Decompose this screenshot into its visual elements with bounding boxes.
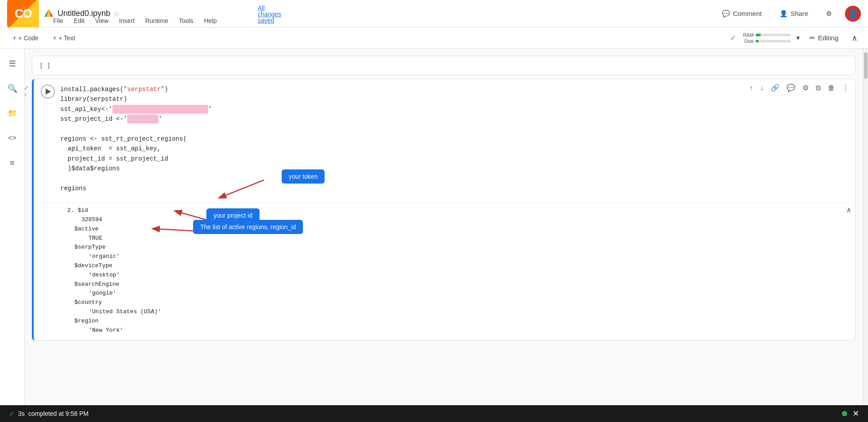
output-id-value: 328594 <box>81 215 848 225</box>
run-button[interactable] <box>41 84 55 99</box>
collapse-toolbar-button[interactable]: ∧ <box>848 31 861 45</box>
cell-output-container: ∧ 2. $id 328594 $active TRUE $serpType '… <box>34 202 855 340</box>
save-status[interactable]: All changes saved <box>258 5 281 23</box>
output-country-value: 'United States (USA)' <box>89 307 848 317</box>
link-button[interactable]: 🔗 <box>768 83 782 93</box>
pencil-icon: ✏ <box>810 34 815 42</box>
output-searchengine-value: 'google' <box>89 289 848 298</box>
status-check-icon: ✓ <box>9 410 15 418</box>
cell-code[interactable]: install.packages("serpstatr") library(se… <box>60 84 848 197</box>
connected-check-icon: ✓ <box>730 34 736 42</box>
disk-progress-bar <box>756 40 791 42</box>
share-icon: 👤 <box>779 10 788 18</box>
output-country-label: $country <box>74 298 848 307</box>
avatar[interactable]: 👤 <box>845 6 861 22</box>
main-area: ☰ 🔍 📁 <> ≡ [ ] ↑ ↓ 🔗 💬 ⚙ ⧉ 🗑 ⋮ ✓ <box>0 49 868 405</box>
cell-check-mark: ✓ <box>25 84 29 91</box>
comment-icon: 💬 <box>722 10 730 18</box>
menu-bar: File Edit View Insert Runtime Tools Help… <box>49 15 221 27</box>
menu-tools[interactable]: Tools <box>174 15 198 27</box>
dropdown-chevron-icon[interactable]: ▾ <box>796 34 800 42</box>
share-button[interactable]: 👤 Share <box>775 7 813 20</box>
sidebar-icon-menu[interactable]: ☰ <box>4 56 20 72</box>
cell-bracket: [ ] <box>39 62 50 69</box>
plus-icon-2: + <box>53 34 57 42</box>
output-searchengine-label: $searchEngine <box>74 280 848 289</box>
colab-logo: CO <box>7 0 39 27</box>
cell-header: install.packages("serpstatr") library(se… <box>34 79 855 202</box>
settings-cell-button[interactable]: ⚙ <box>800 83 811 93</box>
status-right: ✕ <box>842 409 859 418</box>
code-line-9: )$data$regions <box>60 164 848 173</box>
code-line-2: library(serpstatr) <box>60 94 848 104</box>
add-code-button[interactable]: + + Code <box>7 31 44 45</box>
output-serptype-value: 'organic' <box>89 252 848 261</box>
comment-cell-button[interactable]: 💬 <box>784 83 798 93</box>
titlebar: CO Untitled0.ipynb ☆ File Edit View Inse… <box>0 0 868 27</box>
output-region-value: 'New York' <box>89 326 848 335</box>
close-button[interactable]: ✕ <box>852 409 859 418</box>
disk-progress-fill <box>756 40 758 42</box>
editing-button[interactable]: ✏ Editing <box>805 31 843 45</box>
status-time: 3s <box>18 410 25 417</box>
toolbar-right: ✓ RAM Disk ▾ ✏ Editing ∧ <box>730 31 861 45</box>
menu-edit[interactable]: Edit <box>70 15 89 27</box>
code-line-1: install.packages("serpstatr") <box>60 84 848 94</box>
status-message: completed at 9:58 PM <box>28 410 89 417</box>
output-devicetype-label: $deviceType <box>74 261 848 271</box>
ram-progress-fill <box>756 34 761 36</box>
right-scrollbar[interactable] <box>863 49 868 405</box>
menu-help[interactable]: Help <box>200 15 221 27</box>
more-options-button[interactable]: ⋮ <box>839 83 852 93</box>
code-line-5 <box>60 124 848 134</box>
code-line-6: regions <- sst_rt_project_regions( <box>60 134 848 144</box>
code-line-7: api_token = sst_api_key, <box>60 144 848 153</box>
cell-toolbar: ↑ ↓ 🔗 💬 ⚙ ⧉ 🗑 ⋮ <box>747 83 852 93</box>
menu-runtime[interactable]: Runtime <box>141 15 173 27</box>
delete-button[interactable]: 🗑 <box>825 83 837 93</box>
cell-1: [ ] <box>32 56 856 75</box>
menu-file[interactable]: File <box>49 15 68 27</box>
sidebar-icon-files[interactable]: 📁 <box>4 105 20 121</box>
sidebar-icon-search[interactable]: 🔍 <box>4 81 20 96</box>
move-down-button[interactable]: ↓ <box>757 83 766 93</box>
output-region-label: $region <box>74 317 848 326</box>
menu-insert[interactable]: Insert <box>115 15 139 27</box>
settings-button[interactable]: ⚙ <box>822 7 836 20</box>
sidebar-icon-snippets[interactable]: ≡ <box>4 155 20 171</box>
code-line-10 <box>60 174 848 184</box>
output-active-label: $active <box>74 225 848 234</box>
toolbar: + + Code + + Text ✓ RAM Disk ▾ ✏ Editi <box>0 27 868 49</box>
scrollbar-thumb[interactable] <box>864 52 868 79</box>
cell-output: 2. $id 328594 $active TRUE $serpType 'or… <box>34 202 855 340</box>
code-line-4: sst_project_id <-'██████' <box>60 114 848 124</box>
run-triangle-icon <box>46 88 51 95</box>
notebook-area: [ ] ↑ ↓ 🔗 💬 ⚙ ⧉ 🗑 ⋮ ✓ 3s <box>25 49 863 405</box>
gear-icon: ⚙ <box>826 10 832 18</box>
output-serptype-label: $serpType <box>74 243 848 252</box>
connection-status-dot <box>842 411 847 416</box>
code-line-11: regions <box>60 184 848 193</box>
output-active-value: TRUE <box>89 234 848 243</box>
output-id-label: 2. $id <box>67 206 848 215</box>
code-line-3: sst_api_key<-'████████████████████' <box>60 104 848 114</box>
add-text-button[interactable]: + + Text <box>47 31 81 45</box>
cell-2: ↑ ↓ 🔗 💬 ⚙ ⧉ 🗑 ⋮ ✓ 3s install.packages("s… <box>32 79 856 341</box>
left-sidebar: ☰ 🔍 📁 <> ≡ <box>0 49 25 405</box>
statusbar: ✓ 3s completed at 9:58 PM ✕ <box>0 405 868 422</box>
output-devicetype-value: 'desktop' <box>89 271 848 280</box>
output-collapse-button[interactable]: ∧ <box>846 206 852 214</box>
titlebar-right: 💬 Comment 👤 Share ⚙ 👤 <box>717 6 861 22</box>
comment-button[interactable]: 💬 Comment <box>717 7 766 20</box>
ram-progress-bar <box>756 34 791 36</box>
plus-icon: + <box>12 34 16 42</box>
copy-button[interactable]: ⧉ <box>813 83 823 93</box>
cell-runtime: 3s <box>25 92 27 97</box>
move-up-button[interactable]: ↑ <box>747 83 756 93</box>
ram-disk-indicator: RAM Disk <box>741 32 791 44</box>
sidebar-icon-code[interactable]: <> <box>4 130 20 146</box>
menu-view[interactable]: View <box>91 15 113 27</box>
code-line-8: project_id = sst_project_id <box>60 154 848 164</box>
